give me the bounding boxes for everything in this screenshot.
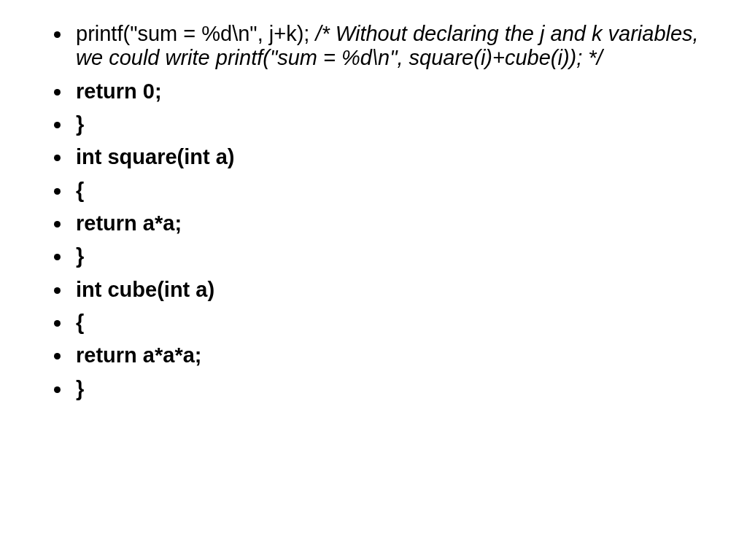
list-item: int cube(int a) <box>71 278 711 302</box>
list-item: } <box>71 244 711 268</box>
slide-content: printf("sum = %d\n", j+k); /* Without de… <box>0 0 747 432</box>
list-item: { <box>71 311 711 335</box>
code-text: } <box>76 112 84 136</box>
code-text: printf("sum = %d\n", j+k); <box>76 22 315 45</box>
code-text: return a*a*a; <box>76 343 201 367</box>
list-item: return a*a*a; <box>71 343 711 368</box>
code-text: { <box>76 179 84 202</box>
code-text: int square(int a) <box>76 145 235 168</box>
list-item: return a*a; <box>71 211 711 236</box>
list-item: } <box>71 112 711 136</box>
code-text: } <box>76 244 84 268</box>
list-item: int square(int a) <box>71 145 711 169</box>
code-text: return a*a; <box>76 211 182 235</box>
list-item: return 0; <box>71 79 711 104</box>
list-item: } <box>71 377 711 401</box>
list-item: printf("sum = %d\n", j+k); /* Without de… <box>71 22 711 71</box>
list-item: { <box>71 179 711 203</box>
code-text: int cube(int a) <box>76 278 214 301</box>
code-text: } <box>76 377 84 400</box>
code-text: return 0; <box>76 79 162 103</box>
code-list: printf("sum = %d\n", j+k); /* Without de… <box>36 22 711 401</box>
code-text: { <box>76 311 84 334</box>
